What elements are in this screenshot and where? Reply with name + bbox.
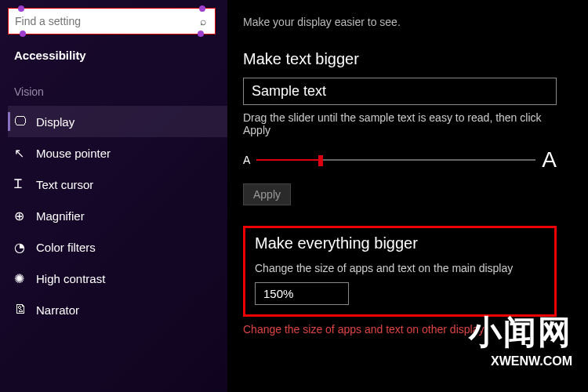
sidebar-title: Accessibility [14, 49, 227, 62]
text-size-slider[interactable] [256, 159, 535, 161]
slider-hint: Drag the slider until the sample text is… [243, 111, 557, 136]
display-icon: 🖵 [14, 114, 36, 129]
page-subtitle: Make your display easier to see. [243, 16, 572, 28]
color-filters-icon: ◔ [14, 240, 36, 255]
sidebar-item-label: Narrator [36, 303, 79, 317]
sidebar-item-color-filters[interactable]: ◔ Color filters [8, 231, 227, 263]
sidebar-item-high-contrast[interactable]: ✺ High contrast [8, 263, 227, 294]
mouse-pointer-icon: ↖ [14, 146, 36, 161]
sidebar: ⌕ Accessibility Vision 🖵 Display ↖ Mouse… [0, 0, 227, 392]
sidebar-item-mouse-pointer[interactable]: ↖ Mouse pointer [8, 137, 227, 169]
text-size-slider-row: A A [243, 147, 557, 172]
main-panel: Make your display easier to see. Make te… [227, 0, 588, 392]
scale-dropdown[interactable]: 150% [255, 282, 349, 305]
heading-make-everything-bigger: Make everything bigger [255, 234, 545, 252]
magnifier-icon: ⊕ [14, 209, 36, 223]
watermark: 小闻网 XWENW.COM [469, 310, 572, 368]
text-cursor-icon: Ꮖ [14, 177, 36, 191]
sidebar-item-label: Text cursor [36, 178, 93, 191]
high-contrast-icon: ✺ [14, 271, 36, 286]
highlight-box: Make everything bigger Change the size o… [243, 226, 557, 317]
large-a-label: A [542, 147, 557, 172]
sidebar-item-label: High contrast [36, 272, 105, 285]
sidebar-item-label: Magnifier [36, 209, 85, 223]
group-vision: Vision [14, 85, 227, 98]
sample-text-preview: Sample text [243, 78, 557, 105]
sidebar-item-label: Mouse pointer [36, 147, 111, 160]
sidebar-item-narrator[interactable]: 🖻 Narrator [8, 294, 227, 325]
sidebar-item-text-cursor[interactable]: Ꮖ Text cursor [8, 169, 227, 200]
search-input[interactable] [9, 15, 191, 27]
slider-thumb[interactable] [318, 155, 323, 166]
sidebar-item-magnifier[interactable]: ⊕ Magnifier [8, 200, 227, 231]
sidebar-item-display[interactable]: 🖵 Display [8, 106, 227, 137]
narrator-icon: 🖻 [14, 303, 36, 317]
small-a-label: A [243, 154, 250, 166]
apply-button[interactable]: Apply [243, 183, 291, 205]
sidebar-item-label: Color filters [36, 241, 96, 254]
heading-make-text-bigger: Make text bigger [243, 50, 572, 68]
sidebar-item-label: Display [36, 115, 74, 129]
other-displays-link[interactable]: Change the size of apps and text on othe… [243, 323, 572, 336]
search-icon: ⌕ [191, 15, 215, 27]
search-box[interactable]: ⌕ [8, 8, 216, 34]
scale-description: Change the size of apps and text on the … [255, 262, 545, 274]
